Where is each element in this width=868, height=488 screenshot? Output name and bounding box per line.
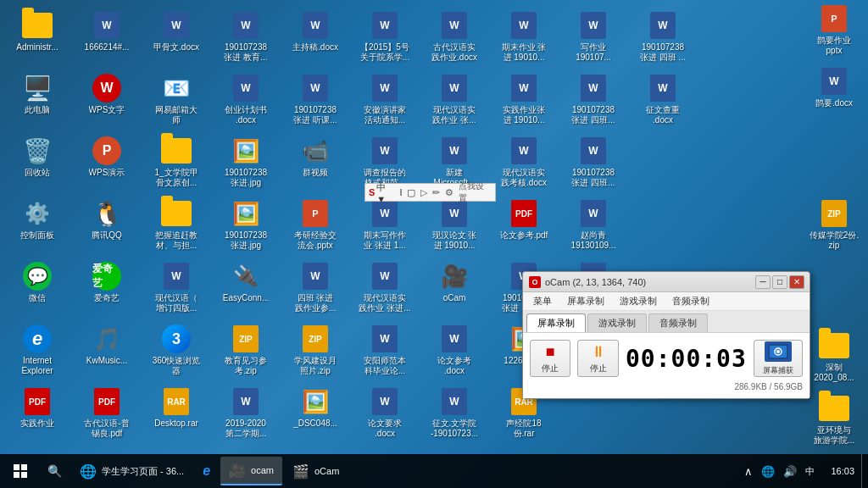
desktop-icon-gudaihanyu1[interactable]: W 古代汉语实践作业.docx xyxy=(420,7,488,68)
ocam-tab-audio[interactable]: 音频录制 xyxy=(648,313,708,332)
desktop-icon-xuefeng[interactable]: ZIP 学风建设月照片.zip xyxy=(281,320,349,381)
desktop-icon-wps[interactable]: W WPS文字 xyxy=(73,69,141,130)
desktop-icon-2015-5[interactable]: W 【2015】5号关于院系学... xyxy=(351,7,419,68)
desktop-icon-lunwenyaoqiu[interactable]: W 论文要求.docx xyxy=(351,383,419,444)
taskbar-clock[interactable]: 16:03 xyxy=(824,466,861,476)
desktop-icon-easyconn[interactable]: 🔌 EasyConn... xyxy=(212,258,280,319)
desktop-icon-ocam[interactable]: 🎥 oCam xyxy=(420,258,488,319)
desktop-icon-360[interactable]: 3 360快速浏览器 xyxy=(142,320,210,381)
desktop-icon-190107238-6[interactable]: 🖼️ 190107238张进.jpg xyxy=(212,195,280,256)
wps-toolbar: S 中▼ I ▢ ▷ ✏ ⚙ 点我设置 xyxy=(364,183,496,202)
taskbar-btn-xuesheng[interactable]: 🌐 学生学习页面 - 36... xyxy=(71,457,192,485)
desktop-icon-190107238-8[interactable]: W 190107238张进 四班... xyxy=(559,132,627,193)
desktop-icon-kwmusic[interactable]: 🎵 KwMusic... xyxy=(73,320,141,381)
desktop-icon-kongzhi[interactable]: ⚙️ 控制面板 xyxy=(3,195,71,256)
desktop-icon-xiandai2[interactable]: W 现代汉语实践考核.docx xyxy=(490,132,558,193)
desktop-icon-190107238-3[interactable]: W 190107238张进 听课... xyxy=(281,69,349,130)
maximize-button[interactable]: □ xyxy=(772,275,787,289)
taskbar-btn-xuesheng-label: 学生学习页面 - 36... xyxy=(102,465,184,478)
taskbar-btn-ocam1[interactable]: 🎥 ocam xyxy=(220,457,282,485)
desktop-icon-shijian[interactable]: PDF 实践作业 xyxy=(3,383,71,444)
desktop-icon-lunwenckao[interactable]: PDF 论文参考.pdf xyxy=(490,195,558,256)
desktop-icon-chuangye[interactable]: W 创业计划书.docx xyxy=(212,69,280,130)
tray-battery-icon[interactable]: 中 xyxy=(803,465,817,478)
desktop-icon-jiagu[interactable]: W 甲骨文.docx xyxy=(142,7,210,68)
desktop-icon-siban[interactable]: W 四班 张进践作业参... xyxy=(281,258,349,319)
ocam-menu-item-yinpin[interactable]: 音频录制 xyxy=(665,293,716,309)
desktop-icon-weixin[interactable]: 💬 微信 xyxy=(3,258,71,319)
svg-point-3 xyxy=(776,350,780,353)
ocam-pause-button[interactable]: ⏸ 停止 xyxy=(577,340,618,377)
ocam-menu-item-caidan[interactable]: 菜单 xyxy=(526,293,559,309)
desktop-icon-zhuchiren[interactable]: W 主持稿.docx xyxy=(281,7,349,68)
desktop-icon-recycle[interactable]: 🗑️ 回收站 xyxy=(3,132,71,193)
desktop-icon-1wenjianjia[interactable]: 1_文学院甲骨文原创... xyxy=(142,132,210,193)
desktop-icon-1666214[interactable]: W 1666214#... xyxy=(73,7,141,68)
taskbar-btn-ocam2[interactable]: 🎬 oCam xyxy=(284,457,348,485)
ocam-tab-game[interactable]: 游戏录制 xyxy=(587,313,647,332)
desktop-icon-20192020[interactable]: W 2019-2020第二学期... xyxy=(212,383,280,444)
desktop-icon-qimowrite[interactable]: W 期末写作作业 张进 1... xyxy=(351,195,419,256)
desktop-icon-zhaoshanqing[interactable]: W 赵尚青19130109... xyxy=(559,195,627,256)
desktop-icon-qimo[interactable]: W 期末作业 张进 19010... xyxy=(490,7,558,68)
tray-network-icon[interactable]: 🌐 xyxy=(759,465,777,478)
minimize-button[interactable]: ─ xyxy=(755,275,771,289)
taskbar-btn-ie[interactable]: e xyxy=(194,457,219,485)
desktop-icon-dsc048[interactable]: 🖼️ _DSC048... xyxy=(281,383,349,444)
desktop-icon-qunshipin[interactable]: 📹 群视频 xyxy=(281,132,349,193)
tray-up-arrow[interactable]: ∧ xyxy=(742,465,755,478)
taskbar-btn-ocam1-label: ocam xyxy=(251,465,274,475)
taskbar-time-value: 16:03 xyxy=(831,466,854,476)
capture-icon xyxy=(765,341,792,362)
ocam-tab-screen[interactable]: 屏幕录制 xyxy=(526,313,586,332)
ocam-menu-item-pingmu[interactable]: 屏幕录制 xyxy=(560,293,611,309)
desktop-icon-thispc[interactable]: 🖥️ 此电脑 xyxy=(3,69,71,130)
desktop-icon-190107238-5[interactable]: 🖼️ 190107238张进.jpg xyxy=(212,132,280,193)
tray-volume-icon[interactable]: 🔊 xyxy=(781,465,799,478)
desktop-icon-chuanmei[interactable]: ZIP 传媒学院2份.zip xyxy=(800,195,868,256)
capture-label: 屏幕捕获 xyxy=(763,365,793,376)
desktop-icon-gudai2[interactable]: PDF 古代汉语-普锡良.pdf xyxy=(73,383,141,444)
svg-rect-7 xyxy=(21,472,27,478)
ocam-tab-bar: 屏幕录制 游戏录制 音频录制 xyxy=(523,311,810,333)
desktop-icon-ie[interactable]: e InternetExplorer xyxy=(3,320,71,381)
ocam-capture-button[interactable]: 屏幕捕获 xyxy=(754,340,803,377)
desktop-icon-xiandaicq[interactable]: W 现代汉语（增订四版... xyxy=(142,258,210,319)
svg-rect-5 xyxy=(21,464,27,470)
desktop-icon-jiaoyujianxi[interactable]: ZIP 教育见习参考.zip xyxy=(212,320,280,381)
desktop-icon-anhuiyanjiang[interactable]: W 安徽演讲家活动通知... xyxy=(351,69,419,130)
start-button[interactable] xyxy=(0,454,41,488)
desktop-icon-zhengwenxueyuan[interactable]: W 征文.文学院-19010723... xyxy=(420,383,488,444)
desktop-icon-zhengwen[interactable]: W 征文查重.docx xyxy=(629,69,697,130)
desktop-icon-quezhenyeye[interactable]: P 鹊要作业pptx xyxy=(800,0,868,61)
close-button[interactable]: ✕ xyxy=(789,275,804,289)
ocam-controls-row: ■ 停止 ⏸ 停止 00:00:03 xyxy=(530,340,803,377)
show-desktop-button[interactable] xyxy=(861,454,868,488)
desktop-icon-lunwenck2[interactable]: W 论文参考.docx xyxy=(420,320,488,381)
desktop-icon-190107238-2[interactable]: W 190107238张进 四班 ... xyxy=(629,7,697,68)
desktop-icon-190107238-4[interactable]: W 190107238张进 四班... xyxy=(559,69,627,130)
desktop-icon-shijian2[interactable]: W 实践作业张进 19010... xyxy=(490,69,558,130)
desktop-icon-shenzhicansha[interactable]: 深制2020_08... xyxy=(800,327,868,388)
desktop-icon-qq[interactable]: 🐧 腾讯QQ xyxy=(73,195,141,256)
desktop-icon-xiandai1[interactable]: W 现代汉语实践作业 张... xyxy=(420,69,488,130)
desktop-icon-xiezuoye[interactable]: W 写作业190107... xyxy=(559,7,627,68)
desktop-icon-desktop-rar[interactable]: RAR Desktop.rar xyxy=(142,383,210,444)
desktop-icon-kaoyan[interactable]: P 考研经验交流会.pptx xyxy=(281,195,349,256)
search-button[interactable]: 🔍 xyxy=(41,454,68,488)
desktop-icon-wpsppt[interactable]: P WPS演示 xyxy=(73,132,141,193)
desktop-icon-admin[interactable]: Administr... xyxy=(3,7,71,68)
desktop-icon-email[interactable]: 📧 网易邮箱大师 xyxy=(142,69,210,130)
desktop-icon-xiandaishijian[interactable]: W 现代汉语实践作业 张进... xyxy=(351,258,419,319)
desktop-icon-anjian[interactable]: W 安阳师范本科毕业论... xyxy=(351,320,419,381)
ocam-taskbar-icon-1: 🎥 xyxy=(229,463,246,479)
desktop-icon-bazhui[interactable]: 把握追赶教材、与担... xyxy=(142,195,210,256)
ocam-titlebar: O oCam (2, 13, 1364, 740) ─ □ ✕ xyxy=(523,272,810,292)
desktop-icon-iqiyi[interactable]: 爱奇艺 爱奇艺 xyxy=(73,258,141,319)
desktop-icon-190107238-1[interactable]: W 190107238张进 教育... xyxy=(212,7,280,68)
ocam-menu-item-youxi[interactable]: 游戏录制 xyxy=(613,293,664,309)
taskbar: 🔍 🌐 学生学习页面 - 36... e 🎥 ocam 🎬 oCam ∧ 🌐 🔊… xyxy=(0,454,868,488)
desktop-icon-quezhendocx[interactable]: W 鹊要.docx xyxy=(800,63,868,124)
desktop-icon-yahuanglv[interactable]: 亚环境与旅游学院... xyxy=(800,390,868,451)
ocam-stop-button[interactable]: ■ 停止 xyxy=(530,340,570,377)
